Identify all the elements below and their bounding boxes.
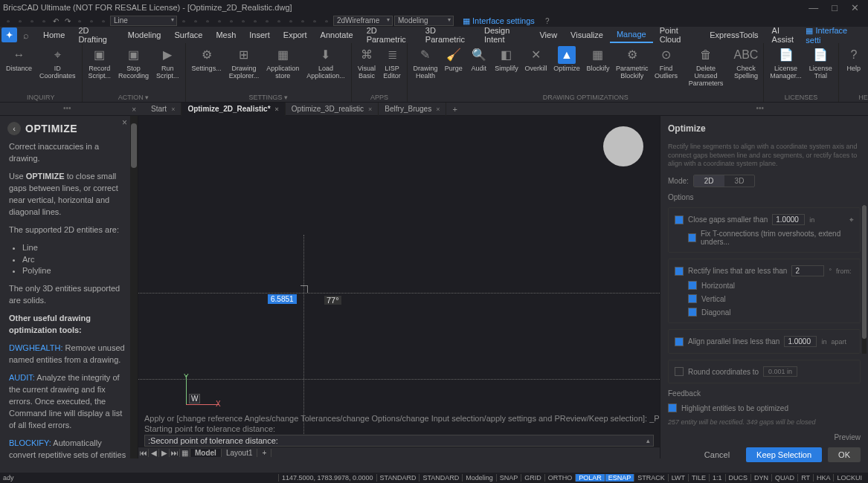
ribbon-license-button[interactable]: 📄LicenseManager... [767, 45, 805, 93]
qat-icon[interactable]: ▫ [98, 16, 109, 26]
qat-icon[interactable]: ▫ [250, 16, 260, 26]
status-toggle-ortho[interactable]: ORTHO [544, 474, 575, 482]
close-icon[interactable]: ✕ [851, 2, 859, 13]
menu-ai-assist[interactable]: AI Assist [765, 27, 806, 43]
next-icon[interactable]: ▶ [159, 449, 170, 457]
menu-2d-drafting[interactable]: 2D Drafting [71, 27, 120, 43]
status-cell[interactable]: STANDARD [376, 474, 419, 482]
qat-icon[interactable]: ▫ [262, 16, 272, 26]
menu-export[interactable]: Export [277, 27, 314, 43]
mode-toggle[interactable]: 2D3D [693, 175, 756, 187]
ribbon-load-button[interactable]: ⬇LoadApplication... [303, 45, 348, 93]
model-tab[interactable]: Model [190, 449, 222, 457]
menu-2d-parametric[interactable]: 2D Parametric [360, 27, 419, 43]
first-icon[interactable]: ⏮ [138, 449, 149, 457]
doc-tab[interactable]: Optimize_2D_Realistic*× [181, 103, 285, 116]
menu-expresstools[interactable]: ExpressTools [703, 27, 765, 43]
menu-design-intent[interactable]: Design Intent [478, 27, 533, 43]
ribbon-purge-button[interactable]: 🧹Purge [442, 45, 466, 93]
qat-icon[interactable]: ▫ [321, 16, 332, 26]
menu-manage[interactable]: Manage [610, 27, 653, 43]
status-toggle-dyn[interactable]: DYN [750, 474, 771, 482]
ribbon-parametric-button[interactable]: ⚙ParametricBlockify [614, 45, 651, 93]
ribbon-optimize-button[interactable]: ▲Optimize [551, 45, 582, 93]
command-input[interactable]: :Second point of tolerance distance:▴ [144, 435, 654, 447]
save-icon[interactable]: ▫ [27, 16, 37, 26]
print-icon[interactable]: ▫ [39, 16, 49, 26]
ribbon-find-button[interactable]: ⊙FindOutliers [652, 45, 681, 93]
menu-modeling[interactable]: Modeling [121, 27, 168, 43]
menu-mesh[interactable]: Mesh [209, 27, 242, 43]
vertical-checkbox[interactable] [688, 294, 697, 303]
rectify-checkbox[interactable] [675, 267, 684, 276]
menu-point-cloud[interactable]: Point Cloud [653, 27, 704, 43]
ribbon-overkill-button[interactable]: ✕Overkill [522, 45, 550, 93]
ribbon-license-button[interactable]: 📄LicenseTrial [806, 45, 835, 93]
align-input[interactable] [784, 336, 817, 347]
menu-insert[interactable]: Insert [242, 27, 277, 43]
status-toggle-esnap[interactable]: ESNAP [605, 474, 634, 482]
help-icon[interactable]: ? [542, 16, 553, 26]
status-toggle-polar[interactable]: POLAR [575, 474, 605, 482]
status-cell[interactable]: STANDARD [419, 474, 462, 482]
status-toggle-rt[interactable]: RT [797, 474, 813, 482]
menu-visualize[interactable]: Visualize [564, 27, 610, 43]
doc-tab[interactable]: Start× [145, 103, 181, 116]
ribbon-lisp-button[interactable]: ≣LISPEditor [380, 45, 404, 93]
panel-close-icon[interactable]: × [132, 106, 136, 114]
ribbon-application-button[interactable]: ▦Applicationstore [263, 45, 302, 93]
ribbon-visual-button[interactable]: ⌘VisualBasic [355, 45, 379, 93]
horizontal-checkbox[interactable] [688, 281, 697, 290]
tab-close-icon[interactable]: × [368, 106, 372, 113]
tab-close-icon[interactable]: × [122, 117, 127, 128]
status-toggle-lwt[interactable]: LWT [668, 474, 688, 482]
expand-icon[interactable]: ▴ [646, 437, 650, 444]
prev-icon[interactable]: ◀ [149, 449, 159, 457]
status-toggle-strack[interactable]: STRACK [634, 474, 668, 482]
tab-close-icon[interactable]: × [171, 106, 175, 113]
interface-settings-button[interactable]: ▦ Interface setti [806, 26, 862, 45]
qat-icon[interactable]: ▫ [179, 16, 189, 26]
menu-view[interactable]: View [533, 27, 564, 43]
status-toggle-lockui[interactable]: LOCKUI [833, 474, 865, 482]
tab-close-icon[interactable]: × [436, 106, 440, 113]
drawing-canvas[interactable]: 6.5851 77° YX W Apply or [change referen… [138, 116, 660, 458]
new-icon[interactable]: ▫ [3, 16, 13, 26]
qat-icon[interactable]: ▫ [202, 16, 213, 26]
ribbon-record-button[interactable]: ▣RecordScript... [86, 45, 115, 93]
ribbon-drawing-button[interactable]: ✎DrawingHealth [411, 45, 440, 93]
doc-tab[interactable]: Belfry_Bruges× [379, 103, 446, 116]
add-layout-button[interactable]: + [257, 449, 271, 457]
status-toggle-hka[interactable]: HKA [813, 474, 834, 482]
app-logo-icon[interactable]: ✦ [1, 27, 17, 42]
workspace-combo[interactable]: Modeling [394, 16, 454, 26]
status-toggle-quad[interactable]: QUAD [771, 474, 797, 482]
qat-icon[interactable]: ▫ [190, 16, 201, 26]
interface-settings-link[interactable]: ▦ Interface settings [463, 16, 535, 26]
keep-selection-button[interactable]: Keep Selection [746, 447, 822, 462]
search-icon[interactable]: ⌕ [23, 30, 29, 41]
qat-icon[interactable]: ▫ [86, 16, 97, 26]
layout-tab[interactable]: Layout1 [222, 449, 258, 457]
ribbon-audit-button[interactable]: 🔍Audit [467, 45, 491, 93]
ribbon-blockify-button[interactable]: ▦Blockify [584, 45, 612, 93]
linetype-combo[interactable]: Line [110, 16, 177, 26]
round-checkbox[interactable] [675, 367, 684, 376]
align-checkbox[interactable] [675, 337, 684, 346]
scrollbar[interactable] [130, 116, 138, 458]
qat-icon[interactable]: ▫ [74, 16, 85, 26]
qat-icon[interactable]: ▫ [286, 16, 296, 26]
ribbon-drawing-button[interactable]: ⊞DrawingExplorer... [226, 45, 263, 93]
view-compass-icon[interactable] [603, 126, 643, 166]
ribbon-id-button[interactable]: ⌖IDCoordinates [36, 45, 79, 93]
status-toggle-ducs[interactable]: DUCS [725, 474, 751, 482]
fix-t-checkbox[interactable] [688, 233, 696, 242]
status-cell[interactable]: Modeling [462, 474, 496, 482]
qat-icon[interactable]: ▫ [226, 16, 237, 26]
visual-style-combo[interactable]: 2dWireframe [333, 16, 393, 26]
rectify-input[interactable] [791, 265, 824, 276]
last-icon[interactable]: ⏭ [170, 449, 180, 457]
qat-icon[interactable]: ▫ [214, 16, 225, 26]
status-toggle-1:1[interactable]: 1:1 [709, 474, 725, 482]
redo-icon[interactable]: ↷ [62, 16, 73, 26]
